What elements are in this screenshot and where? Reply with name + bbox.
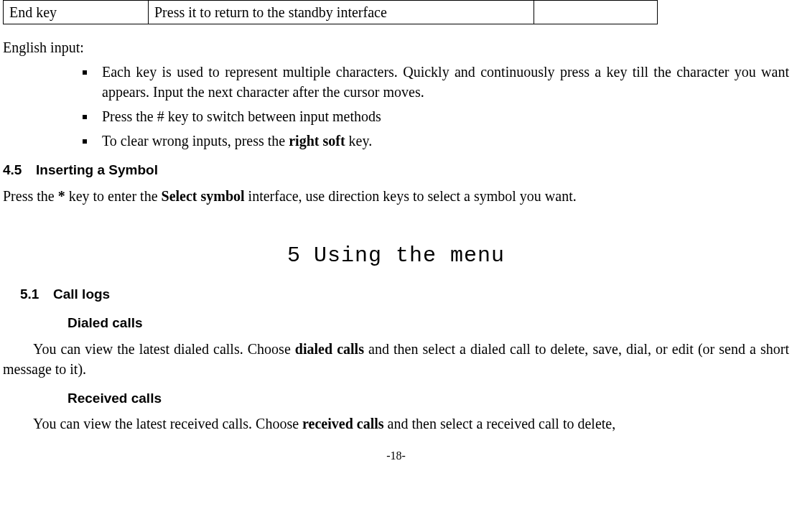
bold-text: received calls (302, 416, 383, 431)
bold-text: * (58, 188, 65, 204)
text-fragment: You can view the latest received calls. … (33, 416, 302, 431)
section-number: 4.5 (3, 161, 36, 180)
received-calls-body: You can view the latest received calls. … (3, 414, 789, 434)
bold-text: right soft (289, 133, 345, 149)
english-input-list: Each key is used to represent multiple c… (3, 62, 789, 151)
page-number: -18- (3, 448, 789, 464)
text-fragment: You can view the latest dialed calls. Ch… (33, 341, 295, 357)
table-row: End key Press it to return to the standb… (4, 1, 658, 24)
section-5-1-heading: 5.1Call logs (20, 285, 789, 304)
bold-text: Select symbol (162, 188, 245, 204)
list-item: To clear wrong inputs, press the right s… (96, 131, 789, 151)
key-table: End key Press it to return to the standb… (3, 0, 658, 24)
received-calls-heading: Received calls (67, 389, 789, 409)
text-fragment: To clear wrong inputs, press the (102, 133, 289, 149)
text-fragment: key. (345, 133, 373, 149)
section-number: 5.1 (20, 285, 53, 304)
dialed-calls-heading: Dialed calls (67, 314, 789, 333)
text-fragment: Press the (3, 188, 58, 204)
table-cell-desc: Press it to return to the standby interf… (149, 1, 534, 24)
chapter-title: Using the menu (314, 243, 505, 268)
section-4-5-heading: 4.5Inserting a Symbol (3, 161, 789, 180)
section-title: Call logs (53, 286, 110, 302)
chapter-5-heading: 5Using the menu (3, 241, 789, 271)
list-item: Each key is used to represent multiple c… (96, 62, 789, 102)
dialed-calls-body: You can view the latest dialed calls. Ch… (3, 339, 789, 379)
text-fragment: key to enter the (65, 188, 162, 204)
bold-text: dialed calls (295, 341, 364, 357)
text-fragment: interface, use direction keys to select … (245, 188, 577, 204)
chapter-number: 5 (287, 243, 301, 268)
english-input-label: English input: (3, 37, 789, 57)
list-item: Press the # key to switch between input … (96, 106, 789, 126)
section-title: Inserting a Symbol (36, 162, 158, 177)
text-fragment: and then select a received call to delet… (384, 416, 616, 431)
table-cell-key: End key (4, 1, 149, 24)
table-cell-empty (534, 1, 658, 24)
section-4-5-body: Press the * key to enter the Select symb… (3, 186, 789, 206)
